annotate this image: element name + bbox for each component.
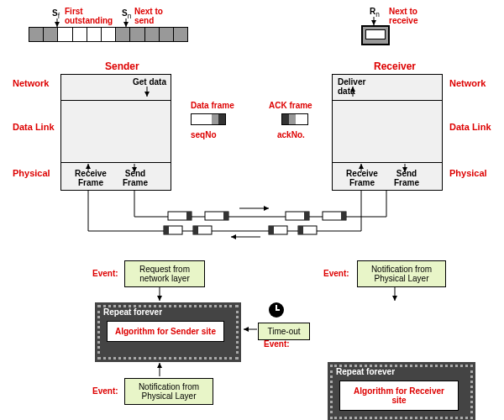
algo-sender: Algorithm for Sender site	[107, 321, 224, 342]
sender-recv: Receive Frame	[73, 169, 108, 187]
sf-symbol: S	[52, 8, 58, 18]
event-notif-s: Notification from Physical Layer	[124, 378, 213, 405]
clock-icon	[269, 302, 284, 318]
frames-transit-top	[168, 212, 346, 220]
svg-rect-17	[323, 212, 346, 220]
repeat-sender: Repeat forever Algorithm for Sender site	[95, 302, 241, 362]
layer-physical-right: Physical	[449, 168, 487, 178]
svg-rect-11	[168, 212, 192, 220]
layer-network-right: Network	[449, 78, 486, 88]
getdata-label: Get data	[133, 77, 166, 87]
svg-rect-16	[304, 212, 309, 220]
repeat-label-s: Repeat forever	[103, 307, 162, 317]
dataframe-label: Data frame	[191, 101, 234, 110]
rn-label: Next to receive	[389, 7, 439, 25]
sn-label: Next to send	[134, 7, 176, 25]
sender-box: Get data Receive Frame Send Frame	[60, 74, 171, 191]
svg-rect-13	[205, 212, 228, 220]
rn-subscript: n	[375, 10, 380, 18]
layer-datalink-right: Data Link	[449, 122, 491, 132]
receiver-title: Receiver	[374, 60, 416, 72]
frames-transit-bottom	[164, 226, 317, 234]
event-label-2: Event:	[323, 269, 349, 278]
svg-rect-21	[193, 226, 212, 234]
layer-network-left: Network	[13, 78, 49, 88]
deliver-label: Deliver data	[338, 77, 380, 96]
receiver-box: Deliver data Receive Frame Send Frame	[332, 74, 443, 191]
ackno-label: ackNo.	[277, 130, 305, 139]
event-label-1: Event:	[92, 269, 118, 278]
ackframe-label: ACK frame	[269, 101, 312, 110]
layer-physical-left: Physical	[13, 168, 50, 178]
repeat-label-r: Repeat forever	[336, 367, 395, 376]
svg-rect-14	[223, 212, 228, 220]
svg-rect-18	[341, 212, 346, 220]
receiver-recv: Receive Frame	[344, 169, 380, 187]
event-reqnet: Request from network layer	[124, 260, 205, 287]
sender-title: Sender	[105, 60, 139, 72]
svg-rect-23	[269, 226, 287, 234]
sender-send: Send Frame	[118, 169, 152, 187]
ackframe-icon	[281, 113, 308, 125]
sf-label: First outstanding	[65, 7, 123, 25]
dataframe-icon	[191, 113, 226, 125]
event-notif-r: Notification from Physical Layer	[357, 260, 446, 287]
sender-window	[29, 27, 188, 42]
layer-datalink-left: Data Link	[13, 122, 55, 132]
sf-subscript: f	[58, 12, 60, 20]
svg-rect-19	[164, 226, 182, 234]
sn-subscript: n	[128, 12, 132, 20]
algo-receiver: Algorithm for Receiver site	[339, 381, 459, 411]
event-label-4: Event:	[92, 386, 118, 396]
svg-rect-24	[269, 226, 274, 234]
svg-rect-25	[298, 226, 317, 234]
receiver-send: Send Frame	[390, 169, 423, 187]
svg-rect-20	[164, 226, 169, 234]
svg-rect-12	[186, 212, 192, 220]
timeout-box: Time-out	[258, 323, 310, 340]
seqno-label: seqNo	[191, 130, 217, 139]
svg-rect-22	[193, 226, 198, 234]
svg-rect-26	[298, 226, 303, 234]
svg-rect-15	[286, 212, 309, 220]
receiver-window	[361, 25, 390, 45]
event-label-3: Event:	[264, 339, 290, 349]
repeat-receiver: Repeat forever Algorithm for Receiver si…	[328, 362, 475, 420]
sn-symbol: S	[122, 8, 128, 18]
